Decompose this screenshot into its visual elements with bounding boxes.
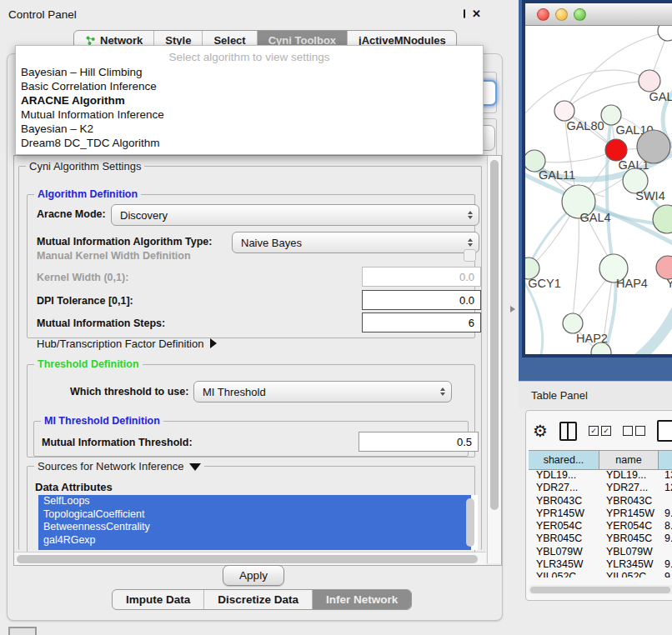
minimize-traffic-light-icon[interactable] xyxy=(555,8,568,21)
stepper-arrows-icon xyxy=(468,211,473,219)
tab-discretize-data[interactable]: Discretize Data xyxy=(203,590,312,609)
bottom-tab-bar: Impute DataDiscretize DataInfer Network xyxy=(112,589,412,610)
table-panel-title: Table Panel xyxy=(531,389,588,402)
network-node[interactable] xyxy=(591,342,611,358)
which-threshold-label: Which threshold to use: xyxy=(70,386,188,398)
column-header-name[interactable]: name xyxy=(599,451,659,469)
network-node-hap2[interactable] xyxy=(563,313,583,333)
algorithm-option[interactable]: Dream8 DC_TDC Algorithm xyxy=(16,136,483,150)
table-cell: 13 xyxy=(657,469,672,482)
algorithm-option[interactable]: Basic Correlation Inference xyxy=(16,79,483,93)
table-cell: 9. xyxy=(657,532,672,545)
which-threshold-value: MI Threshold xyxy=(203,386,266,398)
data-attribute-item[interactable]: TopologicalCoefficient xyxy=(38,508,471,522)
aracne-mode-combobox[interactable]: Discovery xyxy=(111,204,479,226)
network-window-titlebar[interactable] xyxy=(525,3,672,26)
manual-kernel-width-checkbox[interactable] xyxy=(464,249,476,262)
table-cell: YDR27... xyxy=(599,482,657,494)
network-node-label: SWI4 xyxy=(635,189,664,202)
table-row[interactable]: YER054CYER054C8. xyxy=(529,520,672,532)
network-edge xyxy=(619,294,672,358)
cyni-algorithm-settings-title: Cyni Algorithm Settings xyxy=(26,160,144,172)
kernel-width-field[interactable]: 0.0 xyxy=(362,267,481,287)
mi-steps-value: 6 xyxy=(469,317,474,329)
network-canvas[interactable]: GALGAL80GAL10GAL1GAL11SWI4GAL4GCY1HAP4YH… xyxy=(525,26,672,354)
zoom-traffic-light-icon[interactable] xyxy=(574,8,586,21)
deselect-all-checkboxes-icon[interactable] xyxy=(623,426,645,436)
mi-algorithm-type-combobox[interactable]: Naive Bayes xyxy=(232,232,479,253)
algorithm-dropdown-list: Bayesian – Hill ClimbingBasic Correlatio… xyxy=(16,65,483,150)
network-node-label: GAL80 xyxy=(566,119,604,132)
hub-definition-expander[interactable]: Hub/Transcription Factor Definition xyxy=(37,338,217,350)
network-node-gal10[interactable] xyxy=(601,105,621,125)
tab-impute-data[interactable]: Impute Data xyxy=(113,590,203,609)
table-cell: YLR345W xyxy=(599,558,657,571)
table-cell: YBL079W xyxy=(529,546,599,558)
table-column-headers: shared...name xyxy=(529,450,672,470)
settings-horizontal-scrollbar[interactable] xyxy=(14,552,486,565)
network-node[interactable] xyxy=(653,205,672,233)
algorithm-option[interactable]: ARACNE Algorithm xyxy=(16,93,483,108)
table-cell: YPR145W xyxy=(599,508,657,520)
settings-vertical-scrollbar[interactable] xyxy=(487,156,501,563)
float-window-icon[interactable] xyxy=(464,9,465,18)
table-toolbar: ⚙ ✓✓ xyxy=(533,418,672,444)
data-attributes-label: Data Attributes xyxy=(35,481,113,493)
network-node-label: GCY1 xyxy=(528,277,561,290)
table-row[interactable]: YBR045CYBR045C9. xyxy=(529,532,672,545)
aracne-mode-value: Discovery xyxy=(120,209,168,222)
stepper-arrows-icon xyxy=(440,388,445,396)
column-split-icon[interactable] xyxy=(559,422,577,441)
control-panel: Control Panel ✕ NetworkStyleSelectCyni T… xyxy=(0,0,517,635)
table-row[interactable]: YLR345WYLR345W9. xyxy=(529,558,672,571)
close-traffic-light-icon[interactable] xyxy=(537,8,549,21)
table-row[interactable]: YPR145WYPR145W9. xyxy=(529,508,672,520)
which-threshold-combobox[interactable]: MI Threshold xyxy=(193,381,452,402)
table-row[interactable]: YBL079WYBL079W xyxy=(529,546,672,558)
mi-threshold-field[interactable]: 0.5 xyxy=(359,432,479,452)
algorithm-option[interactable]: Bayesian – Hill Climbing xyxy=(16,65,483,79)
data-attribute-item-partial[interactable] xyxy=(38,547,471,550)
collapse-down-icon[interactable] xyxy=(189,463,201,471)
close-icon[interactable]: ✕ xyxy=(472,9,481,18)
attributes-scrollbar[interactable] xyxy=(466,498,474,547)
data-attribute-item[interactable]: SelfLoops xyxy=(38,495,471,508)
data-attributes-list[interactable]: SelfLoopsTopologicalCoefficientBetweenne… xyxy=(38,495,478,550)
gear-icon[interactable]: ⚙ xyxy=(533,422,548,439)
network-node-label: GAL11 xyxy=(539,168,575,182)
tab-infer-network[interactable]: Infer Network xyxy=(312,590,411,609)
data-attribute-item[interactable]: gal4RGexp xyxy=(38,534,471,548)
panel-splitter-handle[interactable] xyxy=(510,306,515,312)
algorithm-dropdown-placeholder: Select algorithm to view settings xyxy=(16,49,483,65)
table-cell: YBL079W xyxy=(599,546,657,558)
function-builder-icon[interactable] xyxy=(657,420,672,442)
table-panel: ⚙ ✓✓ shared...name YDL19...YDL19...13YDR… xyxy=(525,410,672,601)
apply-button-label: Apply xyxy=(239,569,268,582)
manual-kernel-width-label: Manual Kernel Width Definition xyxy=(37,250,191,262)
select-all-checkboxes-icon[interactable]: ✓✓ xyxy=(589,426,611,436)
control-panel-title: Control Panel xyxy=(8,8,77,21)
data-attribute-item[interactable]: BetweennessCentrality xyxy=(38,521,471,534)
table-row[interactable]: YBR043CYBR043C xyxy=(529,495,672,508)
column-header-shared[interactable]: shared... xyxy=(529,451,599,469)
table-horizontal-scrollbar[interactable] xyxy=(529,585,672,594)
table-cell xyxy=(657,495,672,508)
column-header[interactable] xyxy=(659,451,672,469)
network-node-y[interactable] xyxy=(656,256,672,279)
algorithm-option[interactable]: Bayesian – K2 xyxy=(16,122,483,136)
floating-mini-window[interactable] xyxy=(8,627,37,635)
algorithm-definition-title: Algorithm Definition xyxy=(34,188,141,200)
algorithm-option[interactable]: Mutual Information Inference xyxy=(16,108,483,122)
network-edge xyxy=(535,151,614,162)
table-row[interactable]: YDL19...YDL19...13 xyxy=(529,469,672,482)
table-row[interactable]: YIL052CYIL052C9 xyxy=(529,571,672,578)
network-node-label: HAP4 xyxy=(616,277,648,290)
mi-steps-field[interactable]: 6 xyxy=(362,312,481,332)
network-node[interactable] xyxy=(637,130,670,163)
network-node-gal80[interactable] xyxy=(554,101,574,121)
table-row[interactable]: YDR27...YDR27...12 xyxy=(529,482,672,494)
network-node-gal[interactable] xyxy=(639,70,660,92)
network-node[interactable] xyxy=(658,26,672,41)
dpi-tolerance-field[interactable]: 0.0 xyxy=(362,290,481,310)
apply-button[interactable]: Apply xyxy=(223,565,284,586)
